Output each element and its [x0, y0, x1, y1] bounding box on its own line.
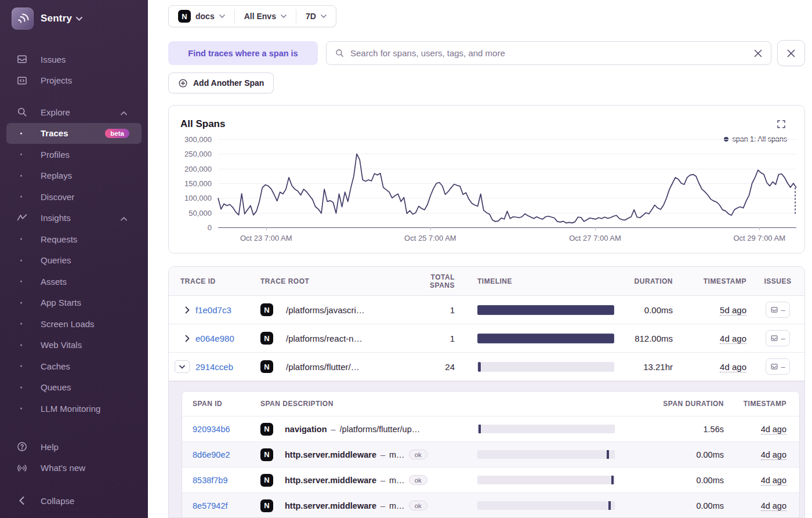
span-description: m… — [389, 476, 405, 485]
sidebar-item-web-vitals[interactable]: Web Vitals — [0, 335, 148, 356]
sidebar-item-assets[interactable]: Assets — [0, 271, 148, 292]
chevron-up-icon — [121, 213, 127, 223]
span-op: http.server.middleware — [285, 450, 376, 459]
y-axis-tick: 0 — [171, 223, 212, 232]
sidebar-footer: Help What's new — [0, 436, 148, 479]
clear-search-icon[interactable] — [753, 49, 763, 58]
span-timestamp[interactable]: 4d ago — [761, 501, 786, 511]
span-status-badge: ok — [409, 501, 427, 510]
trace-id-link[interactable]: 2914cceb — [195, 362, 260, 372]
sidebar-item-queues[interactable]: Queues — [0, 377, 148, 399]
trace-timestamp[interactable]: 4d ago — [720, 362, 746, 372]
timeline-bar — [477, 305, 614, 315]
nextjs-icon: N — [260, 423, 273, 436]
total-spans: 1 — [419, 334, 466, 343]
issues-icon — [16, 53, 28, 66]
chevron-up-icon — [121, 107, 127, 117]
bullet-dot — [20, 238, 22, 240]
trace-duration: 812.00ms — [614, 334, 678, 343]
bullet-dot — [20, 386, 22, 388]
span-timestamp[interactable]: 4d ago — [761, 476, 786, 486]
environment-filter[interactable]: All Envs — [235, 12, 296, 21]
sidebar-item-discover[interactable]: Discover — [0, 186, 148, 208]
bullet-dot — [20, 175, 22, 176]
collapse-chevron-down-icon[interactable] — [175, 360, 190, 373]
sidebar-item-profiles[interactable]: Profiles — [0, 144, 148, 165]
sidebar-item-caches[interactable]: Caches — [0, 356, 148, 377]
fullscreen-icon[interactable] — [777, 119, 786, 131]
sidebar-section-insights[interactable]: Insights — [0, 208, 148, 229]
sentry-logo-icon — [12, 8, 34, 30]
span-row: 8d6e90e2 N http.server.middleware – m… o… — [182, 442, 799, 468]
org-switcher[interactable]: Sentry — [0, 0, 148, 30]
trace-root: /platforms/flutter/… — [286, 362, 419, 372]
trace-timestamp[interactable]: 5d ago — [720, 305, 746, 316]
sidebar-item-traces[interactable]: Traces beta — [6, 123, 142, 144]
y-axis-tick: 150,000 — [171, 179, 212, 188]
sidebar-item-requests[interactable]: Requests — [0, 229, 148, 250]
sidebar-item-help[interactable]: Help — [0, 436, 148, 458]
span-description: /platforms/flutter/up… — [340, 425, 420, 434]
close-icon — [786, 49, 796, 58]
bullet-dot — [20, 344, 22, 346]
trace-timestamp[interactable]: 4d ago — [720, 334, 746, 344]
span-condition-label: Find traces where a span is — [168, 41, 318, 65]
span-id-link[interactable]: 8d6e90e2 — [193, 450, 260, 459]
span-id-link[interactable]: 8e57942f — [193, 501, 260, 510]
x-axis-tick: Oct 29 7:00 AM — [733, 234, 785, 242]
span-row: 920934b6 N navigation – /platforms/flutt… — [182, 416, 799, 442]
x-axis-tick: Oct 23 7:00 AM — [240, 234, 292, 242]
span-search-box — [326, 41, 771, 65]
total-spans: 24 — [419, 362, 466, 372]
add-another-span-button[interactable]: Add Another Span — [168, 73, 274, 93]
span-id-link[interactable]: 920934b6 — [193, 425, 260, 434]
span-row: 8538f7b9 N http.server.middleware – m… o… — [182, 468, 799, 493]
trace-id-link[interactable]: e064e980 — [195, 334, 260, 343]
broadcast-icon — [16, 462, 28, 474]
span-op: http.server.middleware — [285, 476, 376, 485]
sidebar-item-projects[interactable]: Projects — [0, 70, 148, 92]
y-axis-tick: 100,000 — [171, 194, 212, 202]
x-axis-tick-mark — [759, 227, 760, 230]
span-timestamp[interactable]: 4d ago — [761, 450, 786, 460]
span-timeline — [477, 476, 615, 484]
chevron-down-icon — [321, 15, 327, 18]
projects-icon — [16, 74, 28, 86]
trace-id-link[interactable]: f1e0d7c3 — [195, 305, 260, 315]
sidebar-item-whats-new[interactable]: What's new — [0, 458, 148, 479]
nextjs-icon: N — [260, 360, 273, 373]
sidebar-item-screen-loads[interactable]: Screen Loads — [0, 313, 148, 335]
date-range-filter[interactable]: 7D — [296, 12, 336, 21]
expand-chevron-right-icon[interactable] — [169, 335, 195, 342]
sidebar-item-app-starts[interactable]: App Starts — [0, 292, 148, 314]
issue-box-icon — [770, 334, 778, 342]
sidebar-item-replays[interactable]: Replays — [0, 165, 148, 187]
column-header: TOTAL SPANS — [419, 273, 466, 289]
issues-count-button[interactable]: – — [766, 330, 790, 346]
sidebar-section-explore[interactable]: Explore — [0, 102, 148, 123]
sidebar-item-issues[interactable]: Issues — [0, 49, 148, 70]
bullet-dot — [20, 154, 22, 155]
y-axis-tick: 200,000 — [171, 165, 212, 173]
column-header: TIMESTAMP — [678, 277, 751, 285]
remove-span-row-button[interactable] — [777, 40, 805, 66]
project-filter[interactable]: N docs — [169, 10, 234, 23]
span-description: m… — [389, 450, 405, 459]
span-timestamp[interactable]: 4d ago — [761, 425, 786, 434]
span-id-link[interactable]: 8538f7b9 — [193, 476, 260, 485]
timeline-bar — [477, 334, 614, 343]
issues-count-button[interactable]: – — [766, 358, 790, 375]
search-icon — [16, 106, 28, 118]
traces-table: TRACE ID TRACE ROOT TOTAL SPANS TIMELINE… — [168, 266, 805, 518]
span-duration: 0.00ms — [615, 450, 724, 459]
bullet-dot — [20, 408, 22, 410]
column-header: SPAN DESCRIPTION — [260, 400, 477, 408]
chevron-down-icon — [219, 15, 225, 18]
expand-chevron-right-icon[interactable] — [169, 306, 195, 314]
span-search-input[interactable] — [350, 48, 748, 58]
issues-count-button[interactable]: – — [766, 302, 790, 318]
main-content: N docs All Envs 7D Find traces where a s… — [148, 0, 812, 518]
sidebar-item-llm-monitoring[interactable]: LLM Monitoring — [0, 398, 148, 419]
sidebar-item-queries[interactable]: Queries — [0, 250, 148, 271]
collapse-button[interactable]: Collapse — [0, 490, 148, 512]
